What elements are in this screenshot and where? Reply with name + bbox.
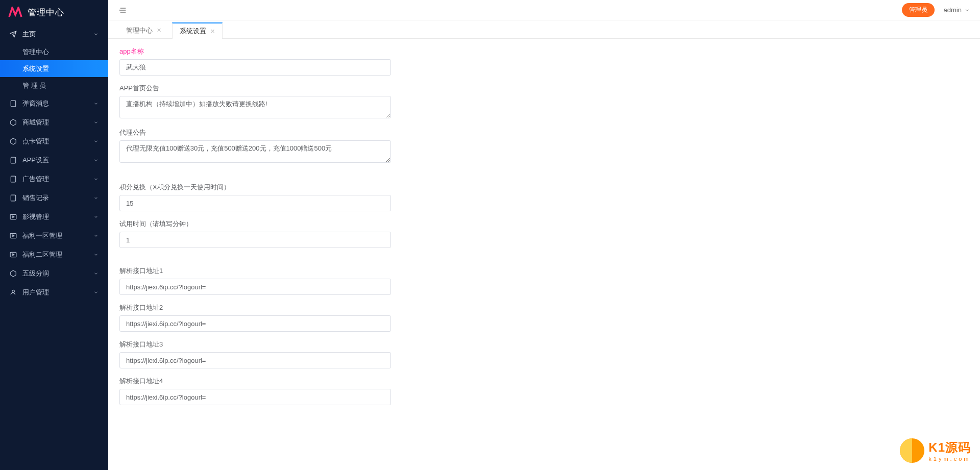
chevron-down-icon	[965, 8, 970, 13]
api3-label: 解析接口地址3	[119, 340, 391, 349]
home-notice-label: APP首页公告	[119, 84, 391, 93]
sidebar-item-shop[interactable]: 商城管理	[0, 113, 108, 132]
tablet-icon	[9, 156, 17, 164]
api2-label: 解析接口地址2	[119, 303, 391, 312]
sidebar-item-sales[interactable]: 销售记录	[0, 188, 108, 207]
home-notice-textarea[interactable]	[119, 96, 391, 118]
cube-icon	[9, 269, 17, 278]
sidebar-item-welfare2[interactable]: 福利二区管理	[0, 245, 108, 264]
app-name-label: app名称	[119, 47, 391, 56]
api2-input[interactable]	[119, 315, 391, 332]
chevron-up-icon	[93, 31, 99, 37]
main-area: 管理员 admin 管理中心 ✕ 系统设置 ✕ app名称	[108, 0, 980, 470]
api4-input[interactable]	[119, 389, 391, 405]
play-icon	[9, 213, 17, 221]
close-icon[interactable]: ✕	[157, 27, 161, 34]
logo-area: 管理中心	[0, 0, 108, 24]
tab-label: 系统设置	[180, 27, 206, 36]
sidebar-item-video[interactable]: 影视管理	[0, 207, 108, 226]
sidebar-label: 用户管理	[22, 288, 93, 297]
agent-notice-label: 代理公告	[119, 128, 391, 137]
sidebar-label: APP设置	[22, 156, 93, 165]
logo-icon	[8, 7, 23, 18]
sidebar-sub-settings[interactable]: 系统设置	[0, 60, 108, 77]
sidebar: 管理中心 主页 管理中心 系统设置 管 理 员 弹窗消息	[0, 0, 108, 470]
sidebar-label: 五级分润	[22, 269, 93, 278]
sidebar-nav: 主页 管理中心 系统设置 管 理 员 弹窗消息 商城管理 点卡管理	[0, 24, 108, 470]
sidebar-item-popup[interactable]: 弹窗消息	[0, 94, 108, 113]
api1-input[interactable]	[119, 279, 391, 295]
sidebar-label: 福利一区管理	[22, 231, 93, 240]
chevron-down-icon	[93, 157, 99, 163]
svg-point-10	[12, 290, 15, 292]
play-icon	[9, 232, 17, 240]
chevron-down-icon	[93, 289, 99, 295]
sidebar-label: 影视管理	[22, 212, 93, 221]
api3-input[interactable]	[119, 352, 391, 368]
chevron-down-icon	[93, 101, 99, 107]
cube-icon	[9, 137, 17, 145]
sidebar-label: 销售记录	[22, 193, 93, 203]
tab-settings[interactable]: 系统设置 ✕	[172, 22, 223, 39]
chevron-down-icon	[93, 195, 99, 201]
close-icon[interactable]: ✕	[210, 28, 215, 35]
chevron-down-icon	[93, 270, 99, 277]
points-input[interactable]	[119, 195, 391, 211]
user-name: admin	[944, 6, 962, 14]
tab-center[interactable]: 管理中心 ✕	[118, 22, 169, 38]
points-label: 积分兑换（X积分兑换一天使用时间）	[119, 183, 391, 192]
chevron-down-icon	[93, 214, 99, 220]
svg-marker-7	[13, 235, 14, 237]
trial-label: 试用时间（请填写分钟）	[119, 219, 391, 229]
sidebar-label: 点卡管理	[22, 137, 93, 146]
topbar: 管理员 admin	[108, 0, 980, 20]
sidebar-item-welfare1[interactable]: 福利一区管理	[0, 226, 108, 245]
svg-rect-1	[11, 157, 15, 163]
brand-title: 管理中心	[28, 7, 64, 18]
svg-rect-3	[11, 195, 15, 201]
tablet-icon	[9, 100, 17, 108]
sidebar-sub-admin[interactable]: 管 理 员	[0, 77, 108, 94]
play-icon	[9, 251, 17, 259]
agent-notice-textarea[interactable]	[119, 140, 391, 163]
sidebar-label: 福利二区管理	[22, 250, 93, 259]
chevron-down-icon	[93, 119, 99, 126]
chevron-down-icon	[93, 233, 99, 239]
sidebar-label: 弹窗消息	[22, 99, 93, 108]
svg-rect-0	[11, 101, 15, 107]
user-dropdown[interactable]: admin	[944, 6, 970, 14]
user-icon	[9, 288, 17, 296]
app-name-input[interactable]	[119, 59, 391, 76]
tablet-icon	[9, 194, 17, 202]
chevron-down-icon	[93, 176, 99, 182]
sidebar-item-home[interactable]: 主页	[0, 24, 108, 43]
collapse-sidebar-button[interactable]	[118, 6, 128, 14]
tabs-bar: 管理中心 ✕ 系统设置 ✕	[108, 20, 980, 39]
svg-marker-5	[13, 216, 14, 218]
admin-badge[interactable]: 管理员	[902, 3, 935, 17]
trial-input[interactable]	[119, 232, 391, 248]
api1-label: 解析接口地址1	[119, 266, 391, 276]
sidebar-label: 主页	[22, 30, 93, 39]
tab-label: 管理中心	[126, 26, 153, 35]
svg-rect-2	[11, 176, 15, 182]
sidebar-item-card[interactable]: 点卡管理	[0, 132, 108, 151]
chevron-down-icon	[93, 138, 99, 144]
tablet-icon	[9, 175, 17, 183]
sidebar-item-users[interactable]: 用户管理	[0, 283, 108, 302]
api4-label: 解析接口地址4	[119, 377, 391, 386]
svg-marker-9	[13, 254, 14, 256]
chevron-down-icon	[93, 252, 99, 258]
content-area: app名称 APP首页公告 代理公告 积分兑换（X积分兑换一天使用时间） 试用时…	[108, 39, 980, 470]
sidebar-item-profit[interactable]: 五级分润	[0, 264, 108, 283]
sidebar-item-appset[interactable]: APP设置	[0, 151, 108, 169]
sidebar-label: 商城管理	[22, 118, 93, 127]
sidebar-sub-center[interactable]: 管理中心	[0, 43, 108, 60]
send-icon	[9, 30, 17, 38]
sidebar-label: 广告管理	[22, 175, 93, 184]
cube-icon	[9, 118, 17, 127]
sidebar-item-ads[interactable]: 广告管理	[0, 169, 108, 188]
